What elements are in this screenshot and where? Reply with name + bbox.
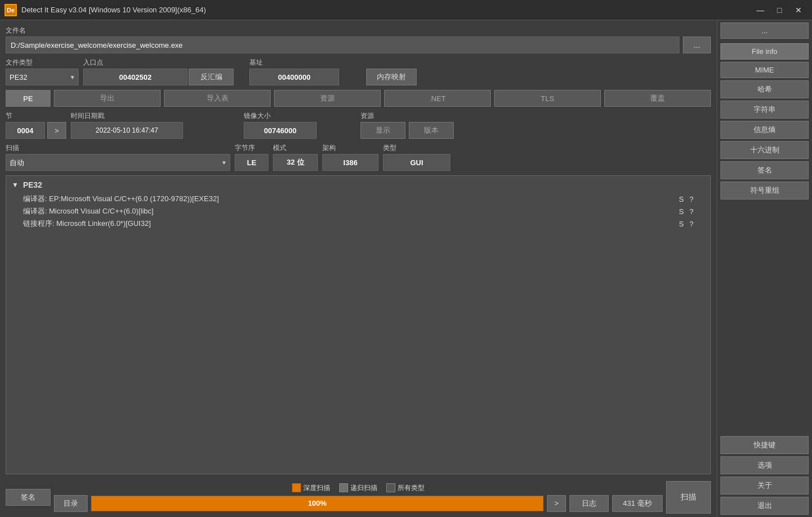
recursive-scan-group: 递归扫描	[339, 483, 377, 493]
mode-group: 模式	[273, 143, 318, 171]
shortcuts-button[interactable]: 快捷键	[720, 436, 809, 454]
scan-item-s-2[interactable]: S	[679, 220, 684, 228]
section-label: 节	[6, 111, 66, 121]
scan-item-actions-1: S ?	[679, 207, 694, 216]
scan-item-q-1[interactable]: ?	[690, 207, 694, 216]
entrypoint-field[interactable]	[83, 69, 188, 85]
file-label: 文件名	[6, 26, 711, 35]
filetype-row: 文件类型 PE32 入口点 > _ 反汇编	[6, 58, 711, 85]
exit-button[interactable]: 退出	[720, 497, 809, 515]
scan-config-row: 扫描 自动 字节序 模式 架构	[6, 143, 711, 171]
entropy-button[interactable]: 信息熵	[720, 121, 809, 139]
scan-item: 链接程序: Microsoft Linker(6.0*)[GUI32] S ?	[12, 217, 705, 230]
filetype-select[interactable]: PE32	[6, 69, 79, 85]
byteorder-label: 字节序	[235, 143, 268, 153]
progress-arrow-button[interactable]: >	[547, 495, 566, 512]
bottom-left: 签名	[6, 489, 51, 506]
export-button[interactable]: 导出	[54, 90, 161, 107]
byteorder-field[interactable]	[235, 154, 268, 171]
resources-version-button[interactable]: 版本	[409, 122, 454, 139]
scan-group: 扫描 自动	[6, 143, 230, 171]
close-button[interactable]: ✕	[790, 3, 808, 17]
memmap-group: _ 内存映射	[366, 60, 417, 85]
right-spacer	[720, 208, 809, 434]
disasm-button[interactable]: 反汇编	[189, 69, 234, 85]
type-field[interactable]	[383, 154, 450, 171]
minimize-button[interactable]: —	[751, 3, 769, 17]
file-path-input[interactable]	[6, 37, 679, 53]
resource-button[interactable]: 资源	[274, 90, 381, 107]
scan-type-label: PE32	[23, 180, 42, 189]
symbol-rebuild-button[interactable]: 符号重组	[720, 182, 809, 199]
scan-toggle[interactable]: ▼	[12, 181, 19, 189]
file-info-button[interactable]: File info	[720, 43, 809, 60]
section-field[interactable]	[6, 122, 45, 139]
section-arrow-button[interactable]: >	[47, 122, 66, 139]
scan-item-text: 编译器: Microsoft Visual C/C++(6.0)[libc]	[23, 206, 679, 216]
all-types-label: 所有类型	[398, 483, 425, 493]
imagesize-field[interactable]	[244, 122, 317, 139]
tls-button[interactable]: TLS	[494, 90, 601, 107]
scan-item-s-0[interactable]: S	[679, 195, 684, 203]
progress-bar-fill: 100%	[92, 496, 543, 511]
section-row: 节 > 时间日期戳 镜像大小 资源 显示 版本	[6, 111, 711, 139]
scan-label: 扫描	[6, 143, 230, 153]
imagesize-group: 镜像大小	[244, 111, 345, 139]
recursive-scan-checkbox[interactable]	[339, 483, 348, 492]
browse-dots-right[interactable]: ...	[720, 22, 809, 39]
maximize-button[interactable]: □	[770, 3, 788, 17]
entrypoint-row: >	[83, 69, 184, 85]
address-field[interactable]	[249, 69, 339, 85]
left-panel: 文件名 ... 文件类型 PE32 入口点	[0, 20, 717, 517]
about-button[interactable]: 关于	[720, 477, 809, 495]
overlay-button[interactable]: 覆盖	[604, 90, 711, 107]
right-panel: ... File info MIME 哈希 字符串 信息熵 十六进制 签名 符号…	[717, 20, 812, 517]
scan-item-actions-2: S ?	[679, 220, 694, 228]
options-button[interactable]: 选项	[720, 456, 809, 474]
datetime-field[interactable]	[71, 122, 183, 139]
scan-item-text: 链接程序: Microsoft Linker(6.0*)[GUI32]	[23, 219, 679, 229]
scan-item-s-1[interactable]: S	[679, 207, 684, 216]
mode-field[interactable]	[273, 154, 318, 171]
datetime-label: 时间日期戳	[71, 111, 239, 121]
scan-item-q-2[interactable]: ?	[690, 220, 694, 228]
all-types-checkbox[interactable]	[386, 483, 395, 492]
import-button[interactable]: 导入表	[164, 90, 271, 107]
scan-main-button[interactable]: 扫描	[666, 481, 711, 514]
resources-show-button[interactable]: 显示	[361, 122, 405, 139]
filetype-select-wrapper: PE32	[6, 69, 79, 85]
address-label: 基址	[249, 58, 362, 67]
pe-button[interactable]: PE	[6, 90, 51, 107]
file-section: 文件名 ...	[6, 26, 711, 53]
hex-button[interactable]: 十六进制	[720, 141, 809, 159]
mime-button[interactable]: MIME	[720, 62, 809, 78]
log-button[interactable]: 日志	[569, 495, 609, 512]
file-path-row: ...	[6, 37, 711, 53]
arch-field[interactable]	[322, 154, 378, 171]
scan-item-q-0[interactable]: ?	[690, 195, 694, 203]
scan-results: ▼ PE32 编译器: EP:Microsoft Visual C/C++(6.…	[6, 175, 711, 474]
dir-button[interactable]: 目录	[54, 495, 88, 512]
time-button[interactable]: 431 毫秒	[612, 495, 663, 512]
resources-inner: 显示 版本	[361, 122, 454, 139]
spacer	[720, 202, 809, 206]
window-controls: — □ ✕	[751, 3, 808, 17]
byteorder-group: 字节序	[235, 143, 268, 171]
recursive-scan-label: 递归扫描	[350, 483, 377, 493]
app-logo: De	[4, 4, 17, 16]
net-button[interactable]: .NET	[384, 90, 491, 107]
progress-text: 100%	[308, 499, 326, 507]
signature-button[interactable]: 签名	[720, 161, 809, 179]
deep-scan-checkbox[interactable]	[292, 483, 301, 492]
bottom-center-wrapper: 深度扫描 递归扫描 所有类型 目录 10	[54, 483, 663, 512]
scan-select[interactable]: 自动	[6, 154, 230, 171]
scan-results-header: ▼ PE32	[12, 180, 705, 189]
scan-item: 编译器: Microsoft Visual C/C++(6.0)[libc] S…	[12, 205, 705, 217]
sign-button[interactable]: 签名	[6, 489, 51, 506]
browse-button[interactable]: ...	[683, 37, 711, 53]
memmap-button[interactable]: 内存映射	[366, 69, 417, 85]
progress-row: 目录 100% > 日志 431 毫秒	[54, 495, 663, 512]
hash-button[interactable]: 哈希	[720, 80, 809, 98]
main-content: 文件名 ... 文件类型 PE32 入口点	[0, 20, 812, 517]
strings-button[interactable]: 字符串	[720, 101, 809, 119]
